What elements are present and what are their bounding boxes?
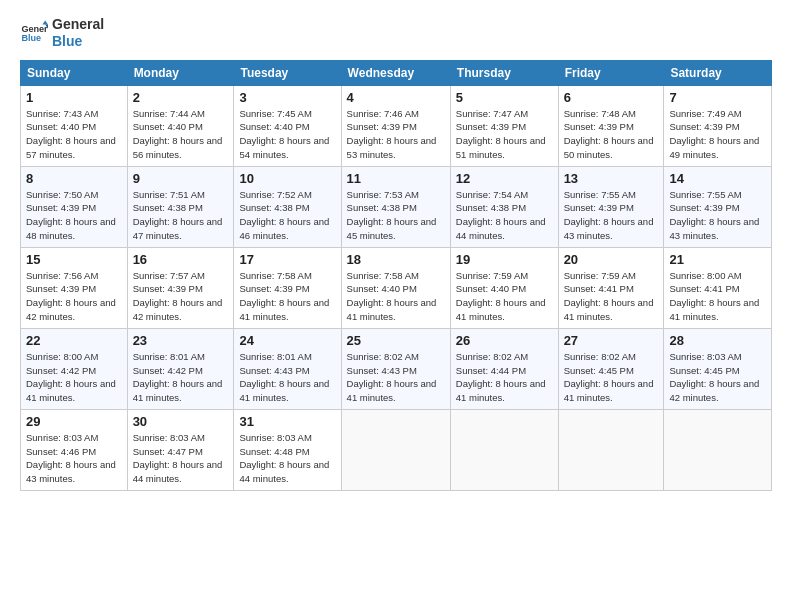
calendar-cell: 7Sunrise: 7:49 AMSunset: 4:39 PMDaylight… — [664, 85, 772, 166]
calendar-cell — [664, 409, 772, 490]
svg-marker-2 — [42, 20, 48, 24]
day-info: Sunrise: 7:56 AMSunset: 4:39 PMDaylight:… — [26, 269, 122, 324]
calendar-cell: 4Sunrise: 7:46 AMSunset: 4:39 PMDaylight… — [341, 85, 450, 166]
day-number: 6 — [564, 90, 659, 105]
day-info: Sunrise: 8:00 AMSunset: 4:41 PMDaylight:… — [669, 269, 766, 324]
day-number: 24 — [239, 333, 335, 348]
calendar-cell: 16Sunrise: 7:57 AMSunset: 4:39 PMDayligh… — [127, 247, 234, 328]
day-number: 10 — [239, 171, 335, 186]
day-number: 16 — [133, 252, 229, 267]
weekday-header-sunday: Sunday — [21, 60, 128, 85]
calendar-cell: 22Sunrise: 8:00 AMSunset: 4:42 PMDayligh… — [21, 328, 128, 409]
day-info: Sunrise: 7:45 AMSunset: 4:40 PMDaylight:… — [239, 107, 335, 162]
day-info: Sunrise: 7:54 AMSunset: 4:38 PMDaylight:… — [456, 188, 553, 243]
week-row-2: 8Sunrise: 7:50 AMSunset: 4:39 PMDaylight… — [21, 166, 772, 247]
day-info: Sunrise: 7:50 AMSunset: 4:39 PMDaylight:… — [26, 188, 122, 243]
day-number: 2 — [133, 90, 229, 105]
calendar-cell: 20Sunrise: 7:59 AMSunset: 4:41 PMDayligh… — [558, 247, 664, 328]
day-number: 8 — [26, 171, 122, 186]
calendar-cell: 23Sunrise: 8:01 AMSunset: 4:42 PMDayligh… — [127, 328, 234, 409]
page: General Blue General Blue SundayMondayTu… — [0, 0, 792, 612]
day-info: Sunrise: 8:03 AMSunset: 4:47 PMDaylight:… — [133, 431, 229, 486]
logo: General Blue General Blue — [20, 16, 104, 50]
calendar-cell: 5Sunrise: 7:47 AMSunset: 4:39 PMDaylight… — [450, 85, 558, 166]
day-number: 14 — [669, 171, 766, 186]
weekday-header-thursday: Thursday — [450, 60, 558, 85]
calendar-table: SundayMondayTuesdayWednesdayThursdayFrid… — [20, 60, 772, 491]
calendar-cell: 29Sunrise: 8:03 AMSunset: 4:46 PMDayligh… — [21, 409, 128, 490]
calendar-cell: 25Sunrise: 8:02 AMSunset: 4:43 PMDayligh… — [341, 328, 450, 409]
calendar-cell: 15Sunrise: 7:56 AMSunset: 4:39 PMDayligh… — [21, 247, 128, 328]
day-number: 22 — [26, 333, 122, 348]
day-number: 11 — [347, 171, 445, 186]
day-number: 30 — [133, 414, 229, 429]
day-info: Sunrise: 7:58 AMSunset: 4:39 PMDaylight:… — [239, 269, 335, 324]
logo-general: General — [52, 16, 104, 33]
day-info: Sunrise: 7:55 AMSunset: 4:39 PMDaylight:… — [564, 188, 659, 243]
calendar-cell: 28Sunrise: 8:03 AMSunset: 4:45 PMDayligh… — [664, 328, 772, 409]
weekday-header-row: SundayMondayTuesdayWednesdayThursdayFrid… — [21, 60, 772, 85]
calendar-cell: 26Sunrise: 8:02 AMSunset: 4:44 PMDayligh… — [450, 328, 558, 409]
day-number: 18 — [347, 252, 445, 267]
day-info: Sunrise: 7:48 AMSunset: 4:39 PMDaylight:… — [564, 107, 659, 162]
day-info: Sunrise: 8:00 AMSunset: 4:42 PMDaylight:… — [26, 350, 122, 405]
calendar-cell: 11Sunrise: 7:53 AMSunset: 4:38 PMDayligh… — [341, 166, 450, 247]
week-row-1: 1Sunrise: 7:43 AMSunset: 4:40 PMDaylight… — [21, 85, 772, 166]
day-number: 27 — [564, 333, 659, 348]
day-number: 19 — [456, 252, 553, 267]
week-row-3: 15Sunrise: 7:56 AMSunset: 4:39 PMDayligh… — [21, 247, 772, 328]
day-info: Sunrise: 8:03 AMSunset: 4:45 PMDaylight:… — [669, 350, 766, 405]
day-number: 12 — [456, 171, 553, 186]
day-number: 31 — [239, 414, 335, 429]
day-info: Sunrise: 7:52 AMSunset: 4:38 PMDaylight:… — [239, 188, 335, 243]
day-info: Sunrise: 7:58 AMSunset: 4:40 PMDaylight:… — [347, 269, 445, 324]
header: General Blue General Blue — [20, 16, 772, 50]
week-row-5: 29Sunrise: 8:03 AMSunset: 4:46 PMDayligh… — [21, 409, 772, 490]
logo-blue: Blue — [52, 33, 104, 50]
weekday-header-wednesday: Wednesday — [341, 60, 450, 85]
day-number: 5 — [456, 90, 553, 105]
day-info: Sunrise: 8:02 AMSunset: 4:45 PMDaylight:… — [564, 350, 659, 405]
day-number: 13 — [564, 171, 659, 186]
svg-text:General: General — [21, 23, 48, 33]
weekday-header-saturday: Saturday — [664, 60, 772, 85]
day-number: 20 — [564, 252, 659, 267]
day-info: Sunrise: 7:44 AMSunset: 4:40 PMDaylight:… — [133, 107, 229, 162]
day-number: 1 — [26, 90, 122, 105]
day-number: 3 — [239, 90, 335, 105]
calendar-cell: 8Sunrise: 7:50 AMSunset: 4:39 PMDaylight… — [21, 166, 128, 247]
day-info: Sunrise: 7:53 AMSunset: 4:38 PMDaylight:… — [347, 188, 445, 243]
day-number: 29 — [26, 414, 122, 429]
calendar-cell — [450, 409, 558, 490]
logo-icon: General Blue — [20, 19, 48, 47]
day-info: Sunrise: 7:59 AMSunset: 4:41 PMDaylight:… — [564, 269, 659, 324]
calendar-cell: 10Sunrise: 7:52 AMSunset: 4:38 PMDayligh… — [234, 166, 341, 247]
day-number: 23 — [133, 333, 229, 348]
calendar-cell: 21Sunrise: 8:00 AMSunset: 4:41 PMDayligh… — [664, 247, 772, 328]
calendar-cell: 18Sunrise: 7:58 AMSunset: 4:40 PMDayligh… — [341, 247, 450, 328]
calendar-cell: 12Sunrise: 7:54 AMSunset: 4:38 PMDayligh… — [450, 166, 558, 247]
day-number: 25 — [347, 333, 445, 348]
calendar-cell: 2Sunrise: 7:44 AMSunset: 4:40 PMDaylight… — [127, 85, 234, 166]
day-info: Sunrise: 7:55 AMSunset: 4:39 PMDaylight:… — [669, 188, 766, 243]
day-info: Sunrise: 7:43 AMSunset: 4:40 PMDaylight:… — [26, 107, 122, 162]
day-info: Sunrise: 7:49 AMSunset: 4:39 PMDaylight:… — [669, 107, 766, 162]
day-number: 15 — [26, 252, 122, 267]
calendar-cell — [558, 409, 664, 490]
calendar-cell: 6Sunrise: 7:48 AMSunset: 4:39 PMDaylight… — [558, 85, 664, 166]
calendar-cell: 9Sunrise: 7:51 AMSunset: 4:38 PMDaylight… — [127, 166, 234, 247]
weekday-header-monday: Monday — [127, 60, 234, 85]
calendar-cell: 3Sunrise: 7:45 AMSunset: 4:40 PMDaylight… — [234, 85, 341, 166]
day-info: Sunrise: 8:02 AMSunset: 4:43 PMDaylight:… — [347, 350, 445, 405]
day-number: 17 — [239, 252, 335, 267]
day-info: Sunrise: 7:59 AMSunset: 4:40 PMDaylight:… — [456, 269, 553, 324]
day-info: Sunrise: 7:51 AMSunset: 4:38 PMDaylight:… — [133, 188, 229, 243]
day-info: Sunrise: 7:46 AMSunset: 4:39 PMDaylight:… — [347, 107, 445, 162]
day-info: Sunrise: 8:01 AMSunset: 4:42 PMDaylight:… — [133, 350, 229, 405]
day-number: 7 — [669, 90, 766, 105]
day-number: 26 — [456, 333, 553, 348]
day-number: 9 — [133, 171, 229, 186]
calendar-cell: 24Sunrise: 8:01 AMSunset: 4:43 PMDayligh… — [234, 328, 341, 409]
day-info: Sunrise: 8:01 AMSunset: 4:43 PMDaylight:… — [239, 350, 335, 405]
week-row-4: 22Sunrise: 8:00 AMSunset: 4:42 PMDayligh… — [21, 328, 772, 409]
